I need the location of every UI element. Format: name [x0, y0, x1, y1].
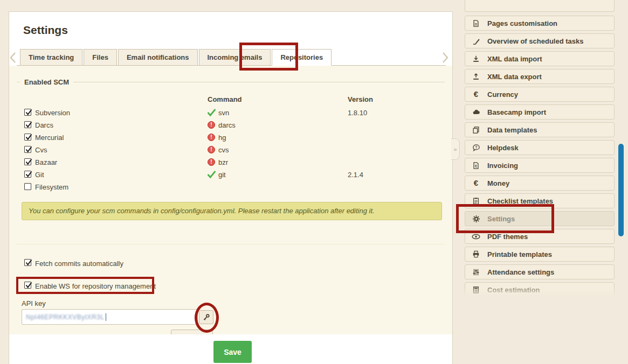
scm-config-notice: You can configure your scm commands in c… [22, 202, 442, 220]
error-icon: ! [208, 134, 215, 141]
enable-ws-checkbox[interactable] [24, 282, 31, 289]
sidebar-item-data-templates[interactable]: Data templates [465, 122, 615, 137]
scm-label: Git [35, 169, 44, 181]
scm-row-darcs: Darcs!darcs [9, 119, 452, 131]
column-header-version: Version [348, 95, 373, 103]
check-mark [25, 258, 33, 267]
scm-command: hg [218, 131, 226, 144]
scm-row-svn: Subversionsvn1.8.10 [9, 107, 452, 119]
fetch-commits-label: Fetch commits automatically [35, 260, 123, 268]
sidebar-item-pages-customisation[interactable]: Pages customisation [465, 16, 615, 31]
scm-row-hg: Mercurial!hg [9, 131, 452, 144]
check-mark [25, 170, 33, 178]
euro-icon: € [472, 90, 480, 99]
sidebar-item-invoicing[interactable]: €Invoicing [465, 158, 615, 173]
scm-checkbox-git[interactable] [24, 171, 31, 178]
api-key-label: API key [22, 299, 46, 307]
scm-command: git [218, 169, 226, 181]
sidebar-item-xml-data-export[interactable]: XML data export [465, 69, 615, 84]
scm-label: Filesystem [35, 181, 68, 193]
api-key-input[interactable]: NpI46EPRKKXVBytXR3L [22, 309, 198, 325]
download-icon [472, 54, 480, 63]
tab-incoming-emails[interactable]: Incoming emails [199, 49, 271, 66]
checklist-icon [472, 197, 480, 205]
sidebar-item-basecamp-import[interactable]: Basecamp import [465, 104, 615, 120]
sidebar-item-label: Basecamp import [487, 108, 546, 116]
scm-row-cvs: Cvs!cvs [9, 144, 452, 156]
enable-ws-label: Enable WS for repository management [35, 282, 156, 290]
scm-checkbox-bazaar[interactable] [24, 158, 31, 165]
vertical-scrollbar-thumb[interactable] [618, 144, 624, 236]
sidebar-item-label: Money [487, 179, 509, 187]
fetch-commits-checkbox[interactable] [24, 259, 31, 266]
sidebar-item-label: Settings [487, 215, 515, 223]
settings-tab-bar: Time trackingFilesEmail notificationsInc… [20, 49, 332, 66]
check-mark [25, 145, 33, 153]
partially-visible-button[interactable] [171, 330, 213, 334]
sliders-icon [472, 268, 480, 276]
sidebar-item-checklist-templates[interactable]: Checklist templates [465, 193, 615, 208]
text-cursor [106, 313, 106, 321]
scm-checkbox-filesystem[interactable] [24, 183, 31, 190]
euro-icon: € [472, 179, 480, 187]
settings-panel: Settings Time trackingFilesEmail notific… [9, 11, 453, 364]
sidebar-item-helpdesk[interactable]: ?Helpdesk [465, 140, 615, 155]
column-header-command: Command [208, 95, 242, 103]
gear-icon [472, 214, 480, 223]
calculator-icon [472, 285, 480, 294]
ok-icon [208, 109, 216, 116]
scm-checkbox-mercurial[interactable] [24, 134, 31, 141]
tab-files[interactable]: Files [84, 49, 117, 66]
save-button[interactable]: Save [213, 341, 252, 363]
sidebar-item-cost-estimation[interactable]: Cost estimation [465, 282, 615, 297]
scm-version: 1.8.10 [348, 107, 367, 119]
scm-label: Darcs [35, 119, 53, 131]
sidebar-item-printable-templates[interactable]: Printable templates [465, 247, 615, 262]
form-footer: Save [9, 334, 452, 364]
scm-command: darcs [218, 119, 236, 131]
scm-row-git: Gitgit2.1.4 [9, 169, 452, 181]
repositories-tab-content: Enabled SCM Command Version Subversionsv… [9, 66, 452, 334]
check-mark [25, 158, 33, 166]
check-mark [25, 108, 33, 116]
sidebar-item-label: PDF themes [487, 233, 528, 241]
invoice-icon: € [472, 161, 480, 170]
scm-label: Mercurial [35, 131, 64, 144]
sidebar-item-label: Invoicing [487, 162, 518, 170]
tab-time-tracking[interactable]: Time tracking [20, 49, 82, 66]
sidebar-item-partial[interactable] [465, 0, 615, 12]
scm-checkbox-subversion[interactable] [24, 109, 31, 116]
error-icon: ! [208, 146, 215, 153]
scm-checkbox-cvs[interactable] [24, 146, 31, 153]
scm-label: Subversion [35, 107, 70, 119]
svg-text:?: ? [475, 145, 477, 149]
sidebar-item-settings[interactable]: Settings [465, 211, 615, 226]
tabs-scroll-right-icon[interactable] [440, 51, 450, 65]
generate-key-button[interactable] [199, 310, 213, 324]
scm-version: 2.1.4 [348, 169, 363, 181]
sidebar-item-pdf-themes[interactable]: PDF themes [465, 229, 615, 244]
sidebar-item-overview-of-scheduled-tasks[interactable]: Overview of scheduled tasks [465, 33, 615, 48]
sidebar-item-label: Overview of scheduled tasks [487, 37, 583, 45]
sidebar-item-money[interactable]: €Money [465, 176, 615, 191]
check-mark [25, 133, 33, 141]
sidebar-item-xml-data-import[interactable]: XML data import [465, 51, 615, 66]
tabs-scroll-left-icon[interactable] [8, 51, 18, 65]
sidebar-item-currency[interactable]: €Currency [465, 87, 615, 102]
tab-repositories[interactable]: Repositories [272, 49, 332, 66]
file-icon [472, 19, 480, 27]
api-key-value: NpI46EPRKKXVBytXR3L [26, 313, 105, 321]
scm-checkbox-darcs[interactable] [24, 121, 31, 128]
check-mark [25, 281, 33, 289]
sidebar-collapse-handle[interactable]: » [451, 138, 460, 160]
scm-label: Cvs [35, 144, 47, 156]
error-icon: ! [208, 121, 215, 129]
scm-command: cvs [218, 144, 229, 156]
sidebar-item-label: Data templates [487, 126, 537, 134]
ok-icon [208, 171, 216, 178]
section-divider [17, 244, 445, 244]
sidebar-item-attendance-settings[interactable]: Attendance settings [465, 264, 615, 279]
tab-email-notifications[interactable]: Email notifications [118, 49, 198, 66]
eye-icon [472, 232, 480, 241]
cloud-icon [472, 108, 480, 116]
